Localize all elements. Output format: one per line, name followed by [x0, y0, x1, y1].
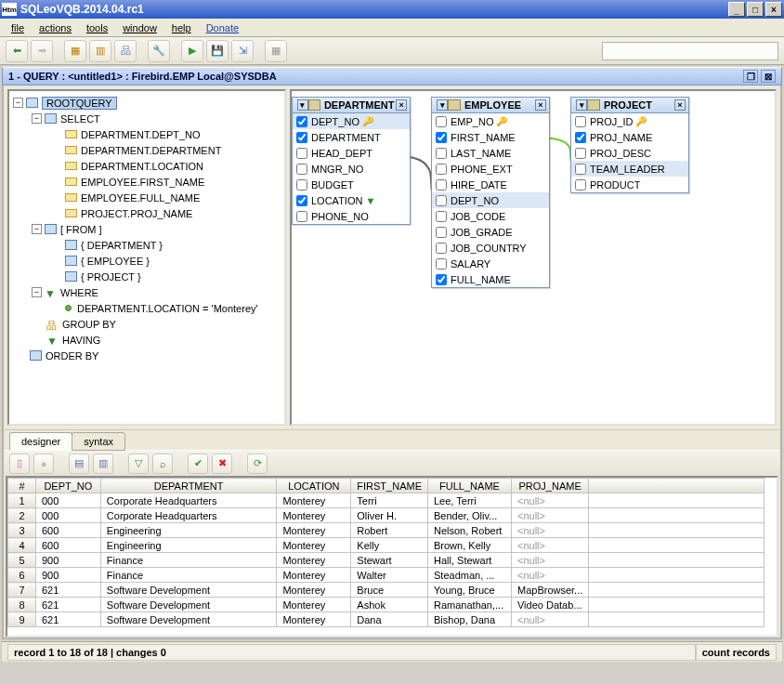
- table-cell[interactable]: Bender, Oliv...: [428, 508, 512, 523]
- results-header-cell[interactable]: FIRST_NAME: [351, 479, 428, 493]
- table-cell[interactable]: Nelson, Robert: [428, 523, 512, 538]
- table-cell[interactable]: Monterey: [277, 612, 351, 627]
- column-checkbox[interactable]: [575, 132, 586, 143]
- results-grid[interactable]: #DEPT_NODEPARTMENTLOCATIONFIRST_NAMEFULL…: [6, 476, 778, 638]
- column-checkbox[interactable]: [436, 179, 447, 191]
- table-cell[interactable]: Monterey: [277, 508, 351, 523]
- table-cell[interactable]: 900: [35, 553, 100, 568]
- table-cell[interactable]: Finance: [100, 553, 277, 568]
- entity-titlebar[interactable]: ▾EMPLOYEE×: [432, 98, 549, 113]
- tree-toggle-icon[interactable]: −: [32, 113, 42, 124]
- table-cell[interactable]: <null>: [511, 523, 588, 538]
- tree-toggle-icon[interactable]: −: [32, 287, 42, 297]
- table-cell[interactable]: Brown, Kelly: [428, 538, 512, 553]
- column-checkbox[interactable]: [436, 227, 447, 238]
- tree-where-condition[interactable]: DEPARTMENT.LOCATION = 'Monterey': [11, 300, 282, 316]
- tree-select-column[interactable]: DEPARTMENT.DEPT_NO: [11, 126, 282, 142]
- close-button[interactable]: ×: [765, 2, 782, 17]
- diagram-canvas[interactable]: ▾DEPARTMENT×DEPT_NO🔑DEPARTMENTHEAD_DEPTM…: [290, 89, 777, 426]
- tree-from[interactable]: − [ FROM ]: [11, 221, 282, 237]
- entity-column-proj_desc[interactable]: PROJ_DESC: [571, 145, 688, 161]
- entity-column-full_name[interactable]: FULL_NAME: [432, 271, 549, 287]
- table-cell[interactable]: Monterey: [277, 538, 351, 553]
- tree-having[interactable]: ▼ HAVING: [11, 332, 282, 348]
- menu-help[interactable]: help: [164, 20, 199, 35]
- tree-select-column[interactable]: EMPLOYEE.FIRST_NAME: [11, 174, 282, 190]
- column-checkbox[interactable]: [296, 179, 307, 191]
- column-checkbox[interactable]: [436, 148, 447, 159]
- table-cell[interactable]: 600: [35, 538, 100, 553]
- entity-column-hire_date[interactable]: HIRE_DATE: [432, 177, 549, 192]
- entity-column-budget[interactable]: BUDGET: [293, 177, 410, 192]
- schema-button[interactable]: 品: [114, 40, 137, 62]
- tree-select[interactable]: − SELECT: [11, 111, 282, 126]
- table-cell[interactable]: Hall, Stewart: [428, 553, 512, 568]
- results-refresh-button[interactable]: ⟳: [247, 454, 268, 474]
- entity-menu-icon[interactable]: ▾: [437, 99, 448, 111]
- entity-column-phone_ext[interactable]: PHONE_EXT: [432, 161, 549, 177]
- table-cell[interactable]: Bruce: [351, 583, 428, 598]
- menu-actions[interactable]: actions: [32, 20, 79, 35]
- entity-column-dept_no[interactable]: DEPT_NO: [432, 192, 549, 208]
- results-copy-button[interactable]: ▯: [9, 454, 30, 474]
- table-cell[interactable]: Engineering: [100, 538, 277, 553]
- table-cell[interactable]: <null>: [511, 538, 588, 553]
- column-checkbox[interactable]: [296, 148, 307, 159]
- column-checkbox[interactable]: [436, 195, 447, 206]
- table-cell[interactable]: Lee, Terri: [428, 493, 512, 508]
- table-cell[interactable]: Bishop, Dana: [428, 612, 512, 627]
- column-checkbox[interactable]: [296, 164, 307, 175]
- table-cell[interactable]: Monterey: [277, 523, 351, 538]
- column-checkbox[interactable]: [296, 132, 307, 143]
- table-cell[interactable]: <null>: [511, 612, 588, 627]
- entity-column-emp_no[interactable]: EMP_NO🔑: [432, 113, 549, 129]
- entity-column-first_name[interactable]: FIRST_NAME: [432, 129, 549, 145]
- entity-column-proj_id[interactable]: PROJ_ID🔑: [571, 113, 688, 129]
- tree-where[interactable]: − ▼ WHERE: [11, 284, 282, 300]
- table-row[interactable]: 2000Corporate HeadquartersMontereyOliver…: [8, 508, 764, 523]
- count-records-button[interactable]: count records: [696, 644, 777, 661]
- table-cell[interactable]: Finance: [100, 568, 277, 583]
- table-cell[interactable]: Oliver H.: [351, 508, 428, 523]
- table-row[interactable]: 4600EngineeringMontereyKellyBrown, Kelly…: [8, 538, 764, 553]
- table-row[interactable]: 7621Software DevelopmentMontereyBruceYou…: [8, 583, 764, 598]
- tree-root[interactable]: − ROOTQUERY: [11, 95, 282, 111]
- table-row[interactable]: 5900FinanceMontereyStewartHall, Stewart<…: [8, 553, 764, 568]
- tree-from-table[interactable]: { DEPARTMENT }: [11, 237, 282, 253]
- tree-toggle-icon[interactable]: −: [13, 98, 23, 108]
- menu-window[interactable]: window: [115, 20, 164, 35]
- table-cell[interactable]: 000: [35, 508, 100, 523]
- table-cell[interactable]: <null>: [511, 508, 588, 523]
- column-checkbox[interactable]: [436, 164, 447, 175]
- table-cell[interactable]: Terri: [351, 493, 428, 508]
- column-checkbox[interactable]: [436, 243, 447, 254]
- table-cell[interactable]: Monterey: [277, 568, 351, 583]
- table-cell[interactable]: Corporate Headquarters: [100, 493, 277, 508]
- tree-orderby[interactable]: ORDER BY: [11, 348, 282, 363]
- table-cell[interactable]: Walter: [351, 568, 428, 583]
- save-button[interactable]: 💾: [206, 40, 229, 62]
- tab-syntax[interactable]: syntax: [72, 432, 125, 451]
- table-cell[interactable]: 900: [35, 568, 100, 583]
- entity-column-mngr_no[interactable]: MNGR_NO: [293, 161, 410, 177]
- table-cell[interactable]: Stewart: [351, 553, 428, 568]
- tree-select-column[interactable]: DEPARTMENT.LOCATION: [11, 158, 282, 174]
- entity-titlebar[interactable]: ▾DEPARTMENT×: [293, 98, 410, 113]
- entity-column-salary[interactable]: SALARY: [432, 256, 549, 271]
- results-commit-button[interactable]: ✔: [188, 454, 208, 474]
- tree-from-table[interactable]: { PROJECT }: [11, 269, 282, 284]
- table-row[interactable]: 8621Software DevelopmentMontereyAshokRam…: [8, 598, 764, 612]
- results-header-cell[interactable]: #: [8, 479, 36, 493]
- column-checkbox[interactable]: [296, 116, 307, 127]
- entity-project[interactable]: ▾PROJECT×PROJ_ID🔑PROJ_NAMEPROJ_DESCTEAM_…: [570, 97, 689, 193]
- table-cell[interactable]: Corporate Headquarters: [100, 508, 277, 523]
- entity-close-icon[interactable]: ×: [396, 99, 407, 111]
- table-cell[interactable]: Ashok: [351, 598, 428, 612]
- table-cell[interactable]: MapBrowser...: [511, 583, 588, 598]
- query-close-button[interactable]: ⊠: [761, 70, 776, 83]
- table-cell[interactable]: Software Development: [100, 612, 277, 627]
- results-header-cell[interactable]: LOCATION: [277, 479, 351, 493]
- entity-menu-icon[interactable]: ▾: [297, 99, 308, 111]
- column-checkbox[interactable]: [296, 211, 307, 222]
- table-cell[interactable]: 621: [35, 583, 100, 598]
